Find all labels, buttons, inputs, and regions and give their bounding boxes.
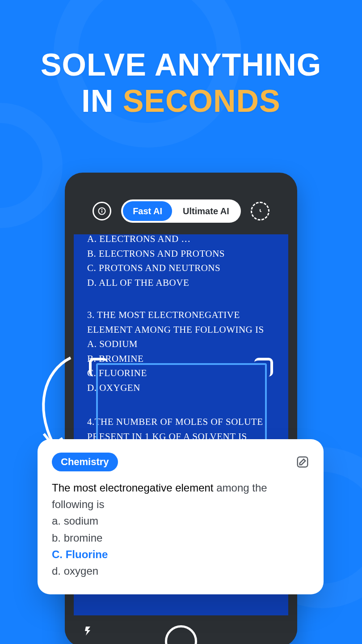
headline-line1: SOLVE ANYTHING	[41, 47, 321, 82]
answer-option-d: d. oxygen	[52, 563, 309, 579]
fast-ai-tab[interactable]: Fast AI	[123, 201, 172, 221]
answer-card-header: Chemistry	[52, 453, 309, 471]
edit-icon[interactable]	[296, 455, 309, 469]
headline-accent: SECONDS	[123, 84, 281, 119]
info-button[interactable]	[93, 202, 111, 220]
ultimate-ai-tab[interactable]: Ultimate AI	[173, 201, 239, 221]
svg-point-2	[102, 209, 102, 210]
answer-option-c-correct: C. Fluorine	[52, 546, 309, 563]
phone-topbar: Fast AI Ultimate AI	[65, 199, 297, 223]
q2-opt-c: C. PROTONS AND NEUTRONS	[87, 261, 275, 275]
flash-icon[interactable]	[83, 626, 93, 636]
q2-opt-d: D. ALL OF THE ABOVE	[87, 275, 275, 290]
clock-icon	[256, 207, 265, 216]
q3-title-l1: 3. THE MOST ELECTRONEGATIVE	[87, 308, 275, 322]
history-button[interactable]	[251, 202, 269, 220]
q2-opt-a: A. ELECTRONS AND …	[87, 234, 275, 246]
marketing-headline: SOLVE ANYTHING IN SECONDS	[0, 47, 362, 119]
q3-title-l2: ELEMENT AMONG THE FOLLOWING IS	[87, 322, 275, 337]
q3-opt-a: A. SODIUM	[87, 337, 275, 352]
subject-chip: Chemistry	[52, 453, 118, 471]
question-strong: The most electronegative element	[52, 482, 214, 494]
headline-line2a: IN	[81, 84, 122, 119]
question-text: The most electronegative element among t…	[52, 482, 267, 510]
bg-decoration	[0, 103, 63, 228]
svg-rect-3	[298, 457, 308, 467]
answer-option-a: a. sodium	[52, 513, 309, 529]
answer-option-b: b. bromine	[52, 530, 309, 546]
shutter-button[interactable]	[165, 625, 197, 644]
info-icon	[97, 207, 106, 216]
ai-mode-segmented: Fast AI Ultimate AI	[121, 199, 241, 223]
answer-card: Chemistry The most electronegative eleme…	[38, 439, 324, 594]
q2-opt-b: B. ELECTRONS AND PROTONS	[87, 246, 275, 261]
answer-card-body: The most electronegative element among t…	[52, 479, 309, 579]
app-store-screenshot: SOLVE ANYTHING IN SECONDS Fast AI Ultima…	[0, 0, 362, 644]
camera-bar	[65, 615, 297, 644]
